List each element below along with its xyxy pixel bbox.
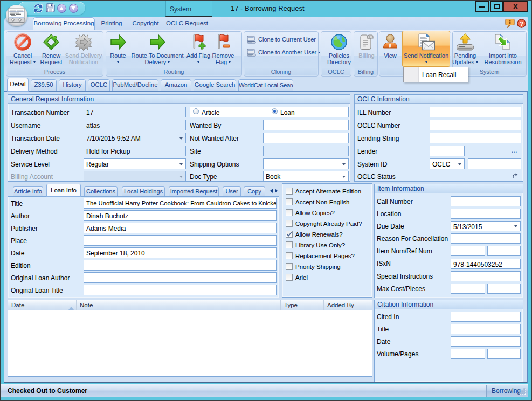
svg-text:?: ? bbox=[520, 20, 523, 27]
